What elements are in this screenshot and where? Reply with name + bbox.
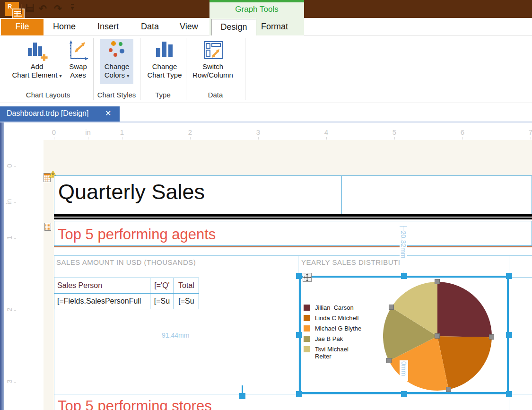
- pie-point-handle[interactable]: [435, 333, 440, 339]
- change-colors-button[interactable]: Change Colors ▾: [100, 39, 133, 84]
- header-sales-person[interactable]: Sales Person: [54, 278, 150, 294]
- pie-point-handle[interactable]: [386, 358, 392, 363]
- vruler-label: in: [4, 198, 14, 206]
- cell-salesperson-expr[interactable]: [=Fields.SalesPersonFull: [54, 294, 150, 309]
- legend-label: Tsvi Michael Reiter: [315, 346, 365, 360]
- tab-view[interactable]: View: [180, 22, 198, 32]
- alignment-line: [512, 336, 532, 336]
- hruler-tick: [88, 137, 88, 140]
- selection-handle[interactable]: [239, 393, 245, 399]
- hruler-tick: [122, 137, 122, 140]
- cell-sum-expr[interactable]: [=Su: [150, 294, 174, 309]
- panel-border: [54, 394, 532, 394]
- customize-qat-icon[interactable]: ▾: [71, 4, 74, 11]
- vruler-label-text: 3: [5, 379, 13, 383]
- divider-line: [54, 218, 532, 219]
- tab-data[interactable]: Data: [141, 22, 159, 32]
- hruler-label: 1: [116, 128, 128, 136]
- change-chart-type-button[interactable]: Change Chart Type: [143, 39, 186, 84]
- swap-axes-label-1: Swap: [66, 62, 90, 71]
- change-colors-icon: [100, 39, 133, 62]
- group-chart-layouts: Chart Layouts: [6, 91, 90, 99]
- tab-file[interactable]: File: [1, 19, 44, 35]
- left-panel-caption: SALES AMOUNT IN USD (THOUSANDS): [56, 258, 196, 266]
- tab-design-selected[interactable]: Design: [211, 19, 256, 36]
- qat-separator: [21, 4, 22, 14]
- switch-row-column-button[interactable]: Switch Row/Column: [191, 39, 235, 84]
- change-colors-label-1: Change: [100, 62, 133, 71]
- dropdown-arrow-icon: ▾: [60, 73, 62, 79]
- save-icon[interactable]: [26, 4, 34, 12]
- header-total[interactable]: Total: [174, 278, 199, 294]
- selection-handle[interactable]: [506, 391, 512, 397]
- vruler-tick: [14, 202, 16, 203]
- pie-point-handle[interactable]: [435, 279, 440, 284]
- swap-axes-icon: [66, 39, 90, 62]
- legend-item[interactable]: Jae B Pak: [304, 335, 365, 342]
- legend-item[interactable]: Tsvi Michael Reiter: [304, 346, 365, 360]
- undo-icon[interactable]: ↶: [39, 3, 47, 14]
- chart-legend: Jillian CarsonLinda C MitchellMichael G …: [304, 304, 365, 363]
- report-title: Quarterly Sales: [58, 180, 205, 204]
- hruler-tick: [394, 137, 395, 140]
- add-chart-element-button[interactable]: Add Chart Element ▾: [6, 39, 68, 84]
- selection-handle[interactable]: [296, 332, 302, 338]
- tab-insert[interactable]: Insert: [97, 22, 119, 32]
- ribbon-gap: [0, 103, 532, 106]
- redo-icon[interactable]: ↷: [54, 3, 62, 14]
- legend-swatch-icon: [304, 325, 310, 331]
- selection-handle[interactable]: [296, 391, 302, 397]
- selection-handle[interactable]: [401, 273, 407, 279]
- vruler-label-text: 2: [5, 307, 13, 311]
- move-handle-icon[interactable]: [303, 273, 312, 282]
- panel-border: [54, 255, 532, 256]
- hruler-label: 6: [457, 128, 468, 136]
- vruler-label: 1: [4, 234, 14, 242]
- vruler-tick: [14, 382, 16, 383]
- tab-home[interactable]: Home: [53, 22, 76, 32]
- swap-axes-button[interactable]: Swap Axes: [66, 39, 90, 84]
- tab-format[interactable]: Format: [261, 22, 288, 32]
- change-chart-type-icon: [143, 39, 186, 62]
- sales-crosstab[interactable]: Sales Person [='Q' Total [=Fields.SalesP…: [54, 278, 199, 309]
- contextual-tab-label[interactable]: Graph Tools: [209, 5, 304, 14]
- hruler-tick: [54, 137, 54, 140]
- legend-item[interactable]: Jillian Carson: [304, 304, 365, 311]
- hruler-label: 4: [321, 128, 332, 136]
- header-quarter-expr[interactable]: [='Q': [150, 278, 174, 294]
- selection-handle[interactable]: [506, 273, 512, 279]
- pie-point-handle[interactable]: [446, 387, 451, 392]
- vruler-tick: [14, 166, 16, 167]
- hruler-label: 5: [389, 128, 400, 136]
- vruler-tick: [14, 238, 16, 239]
- legend-swatch-icon: [304, 346, 310, 352]
- vruler-label: 2: [4, 305, 14, 314]
- legend-item[interactable]: Michael G Blythe: [304, 325, 365, 332]
- hruler-tick: [462, 137, 463, 140]
- section-table-icon[interactable]: [44, 223, 51, 231]
- section-rule: [54, 246, 532, 247]
- hruler-label: 7: [525, 128, 532, 136]
- selection-handle[interactable]: [401, 391, 407, 397]
- change-chart-type-label-2: Chart Type: [143, 71, 186, 79]
- vruler-label-text: 1: [5, 236, 13, 239]
- pie-point-handle[interactable]: [489, 334, 494, 340]
- legend-item[interactable]: Linda C Mitchell: [304, 314, 365, 322]
- selection-handle[interactable]: [296, 273, 302, 279]
- dropdown-arrow-icon: ▾: [127, 73, 129, 79]
- close-icon[interactable]: ✕: [105, 109, 111, 118]
- vruler-label: 0: [4, 162, 14, 170]
- group-chart-styles: Chart Styles: [93, 91, 140, 99]
- change-colors-label-2: Colors: [105, 71, 125, 79]
- add-chart-element-icon: [6, 39, 68, 62]
- selection-handle[interactable]: [506, 332, 512, 338]
- legend-swatch-icon: [304, 305, 310, 311]
- cell-sum-expr[interactable]: [=Su: [174, 294, 199, 309]
- pie-slice[interactable]: [437, 282, 492, 337]
- legend-label: Linda C Mitchell: [315, 314, 359, 322]
- page-top-margin: [44, 140, 532, 175]
- pie-point-handle[interactable]: [389, 305, 394, 310]
- divider-line: [54, 214, 532, 217]
- change-chart-type-label-1: Change: [143, 62, 186, 71]
- switch-row-column-label-1: Switch: [191, 62, 235, 71]
